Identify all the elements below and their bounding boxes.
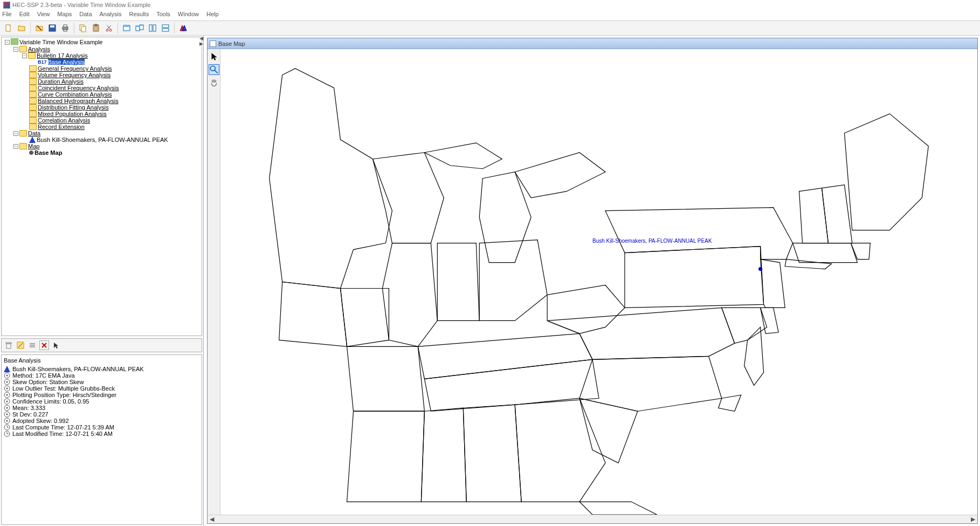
tree-item[interactable]: Curve Combination Analysis <box>21 91 201 98</box>
collapse-icon[interactable]: − <box>5 40 10 45</box>
scroll-right-icon[interactable]: ▶ <box>969 515 977 523</box>
gear-icon <box>4 398 10 405</box>
tool-paste[interactable] <box>91 23 101 33</box>
svg-rect-10 <box>95 24 97 26</box>
map-canvas[interactable]: Bush Kill-Shoemakers, PA-FLOW-ANNUAL PEA… <box>220 49 977 515</box>
menu-analysis[interactable]: Analysis <box>100 11 122 19</box>
folder-icon <box>29 117 37 124</box>
pan-tool[interactable] <box>209 77 219 88</box>
svg-point-40 <box>6 388 8 390</box>
splitter[interactable]: ◀▶ <box>199 36 203 46</box>
svg-point-38 <box>6 381 8 383</box>
menu-view[interactable]: View <box>37 11 50 19</box>
tool-plot[interactable] <box>178 23 189 33</box>
study-icon <box>11 38 18 46</box>
svg-rect-5 <box>64 25 67 27</box>
list-button[interactable] <box>27 340 37 350</box>
tree-data-item[interactable]: Bush Kill-Shoemakers, PA-FLOW-ANNUAL PEA… <box>21 136 201 143</box>
tree-analysis-label[interactable]: Analysis <box>28 46 50 52</box>
svg-point-42 <box>6 394 8 396</box>
trash-button[interactable] <box>4 340 13 350</box>
svg-point-46 <box>6 407 8 409</box>
map-window: Base Map <box>207 38 978 524</box>
svg-rect-3 <box>50 25 54 28</box>
tool-window2[interactable] <box>134 23 145 33</box>
collapse-icon[interactable]: − <box>13 131 18 136</box>
gear-icon <box>4 405 10 411</box>
svg-rect-8 <box>81 26 86 32</box>
tool-new[interactable] <box>3 23 14 33</box>
tree-root-node[interactable]: − Variable Time Window Example <box>4 38 201 46</box>
edit-button[interactable] <box>16 340 25 350</box>
pointer-tool[interactable] <box>209 51 219 62</box>
folder-icon <box>19 130 27 136</box>
svg-rect-27 <box>6 343 11 344</box>
tree-map-item[interactable]: Base Map <box>21 149 201 156</box>
menu-bar: File Edit View Maps Data Analysis Result… <box>0 10 980 21</box>
svg-rect-23 <box>162 25 169 28</box>
tree-item[interactable]: General Frequency Analysis <box>21 65 201 72</box>
svg-rect-22 <box>153 25 156 31</box>
details-station: Bush Kill-Shoemakers, PA-FLOW-ANNUAL PEA… <box>12 366 144 372</box>
tree-map-label[interactable]: Map <box>28 143 39 149</box>
gear-icon <box>4 372 10 379</box>
map-horizontal-scrollbar[interactable]: ◀ ▶ <box>208 515 977 523</box>
tree-item[interactable]: Volume Frequency Analysis <box>21 72 201 78</box>
menu-tools[interactable]: Tools <box>156 11 170 19</box>
delete-button[interactable] <box>39 340 49 350</box>
tree-item[interactable]: Duration Analysis <box>21 78 201 85</box>
tree-item[interactable]: Correlation Analysis <box>21 117 201 124</box>
tree-item[interactable]: Coincident Frequency Analysis <box>21 85 201 91</box>
tree-data-folder[interactable]: − Data <box>12 130 201 136</box>
scroll-left-icon[interactable]: ◀ <box>208 515 216 523</box>
map-tools <box>208 49 220 515</box>
svg-point-36 <box>6 375 8 377</box>
gear-icon <box>4 418 10 424</box>
clock-icon <box>4 424 10 431</box>
tool-tile-h[interactable] <box>147 23 158 33</box>
gear-icon <box>4 392 10 398</box>
tree-base-analysis-label[interactable]: Base Analysis <box>48 59 85 65</box>
menu-edit[interactable]: Edit <box>19 11 30 19</box>
b17-icon: B17 <box>38 59 47 65</box>
tool-cut[interactable] <box>103 23 114 33</box>
gear-icon <box>4 411 10 418</box>
svg-rect-16 <box>123 25 130 27</box>
pointer-button[interactable] <box>51 340 61 350</box>
collapse-icon[interactable]: − <box>13 47 18 52</box>
tool-open[interactable] <box>16 23 27 33</box>
tree-analysis-folder[interactable]: − Analysis <box>12 46 201 52</box>
tree-bulletin17[interactable]: − Bulletin 17 Analysis <box>21 52 201 59</box>
toolbar <box>0 21 980 36</box>
tree-data-label[interactable]: Data <box>28 130 40 136</box>
menu-maps[interactable]: Maps <box>57 11 72 19</box>
tool-print[interactable] <box>60 23 71 33</box>
menu-help[interactable]: Help <box>206 11 219 19</box>
triangle-icon <box>29 136 36 143</box>
tree-base-analysis[interactable]: B17 Base Analysis <box>30 59 201 65</box>
tree-panel: − Variable Time Window Example − Analysi… <box>1 37 202 336</box>
collapse-icon[interactable]: − <box>13 144 18 149</box>
tree-item[interactable]: Distribution Fitting Analysis <box>21 104 201 111</box>
tree-item[interactable]: Record Extension <box>21 124 201 130</box>
tool-copy[interactable] <box>78 23 88 33</box>
window-icon <box>210 40 216 47</box>
tool-window1[interactable] <box>121 23 132 33</box>
tree-item[interactable]: Balanced Hydrograph Analysis <box>21 98 201 104</box>
map-point-label: Bush Kill-Shoemakers, PA-FLOW-ANNUAL PEA… <box>592 238 712 244</box>
tool-tile-v[interactable] <box>160 23 171 33</box>
svg-rect-26 <box>6 344 11 349</box>
tree-bulletin17-label[interactable]: Bulletin 17 Analysis <box>37 52 88 59</box>
menu-data[interactable]: Data <box>79 11 92 19</box>
tool-close[interactable] <box>34 23 45 33</box>
folder-icon <box>29 98 37 104</box>
menu-results[interactable]: Results <box>129 11 149 19</box>
tree-map-folder[interactable]: − Map <box>12 143 201 149</box>
menu-file[interactable]: File <box>2 11 12 19</box>
tool-save[interactable] <box>47 23 58 33</box>
map-titlebar[interactable]: Base Map <box>208 38 977 49</box>
collapse-icon[interactable]: − <box>22 53 27 58</box>
menu-window[interactable]: Window <box>178 11 199 19</box>
zoom-tool[interactable] <box>209 64 219 75</box>
tree-item[interactable]: Mixed Population Analysis <box>21 111 201 117</box>
